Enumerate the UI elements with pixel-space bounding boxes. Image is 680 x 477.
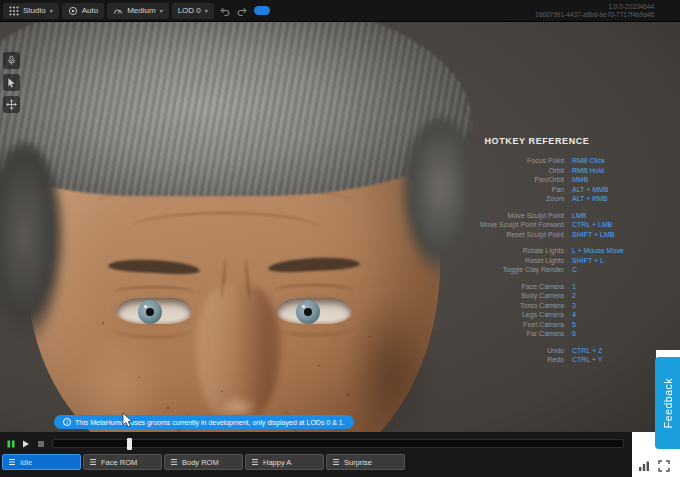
cheek-highlight (56, 302, 186, 432)
hotkey-row: Rotate LightsL + Mouse Move (426, 246, 648, 256)
bar-chart-icon (638, 460, 650, 472)
microphone-icon (6, 55, 17, 66)
viewport-tools (3, 52, 20, 113)
status-badge[interactable] (254, 6, 270, 15)
play-icon (21, 439, 31, 449)
undo-button[interactable] (217, 3, 232, 18)
hotkey-label: Toggle Clay Render (426, 265, 572, 275)
menu-icon (251, 458, 259, 466)
menu-icon (170, 458, 178, 466)
move-tool-button[interactable] (3, 96, 20, 113)
hotkey-value: CTRL + Y (572, 355, 648, 365)
hotkey-group-sculpt: Move Sculpt PointLMB Move Sculpt Point F… (426, 211, 648, 240)
chevron-down-icon: ▾ (50, 7, 53, 14)
tab-surprise[interactable]: Surprise (326, 454, 405, 470)
hotkey-group-camera-nav: Focus PointRMB Click OrbitRMB Hold Pan/O… (426, 156, 648, 204)
hotkey-label: Zoom (426, 194, 572, 204)
tab-happy-a[interactable]: Happy A (245, 454, 324, 470)
hotkey-value: 3 (572, 301, 648, 311)
pause-button[interactable] (5, 438, 17, 450)
hotkey-row: Legs Camera4 (426, 310, 648, 320)
tab-idle[interactable]: Idle (2, 454, 81, 470)
cursor-icon (6, 77, 17, 88)
hotkey-group-history: UndoCTRL + Z RedoCTRL + Y (426, 346, 648, 365)
environment-dropdown[interactable]: Studio ▾ (3, 3, 59, 19)
menu-icon (332, 458, 340, 466)
quality-label: Medium (127, 6, 155, 15)
gauge-icon (113, 6, 123, 16)
hotkey-row: Far Camera6 (426, 329, 648, 339)
hotkey-row: Move Sculpt PointLMB (426, 211, 648, 221)
hotkey-label: Move Sculpt Point Forward (426, 220, 572, 230)
tab-label: Face ROM (101, 458, 137, 467)
hotkey-value: SHIFT + L (572, 256, 648, 266)
auto-quality-toggle[interactable]: Auto (62, 3, 104, 19)
hotkey-group-cameras: Face Camera1 Body Camera2 Torso Camera3 … (426, 282, 648, 339)
hotkey-row: RedoCTRL + Y (426, 355, 648, 365)
hotkey-row: Face Camera1 (426, 282, 648, 292)
stats-button[interactable] (638, 458, 650, 476)
feedback-button[interactable]: Feedback (655, 357, 680, 449)
hotkey-label: Rotate Lights (426, 246, 572, 256)
info-icon: i (63, 418, 71, 426)
hotkey-value: ALT + MMB (572, 185, 648, 195)
hotkey-row: Toggle Clay RenderC (426, 265, 648, 275)
tab-label: Happy A (263, 458, 291, 467)
hotkey-value: ALT + RMB (572, 194, 648, 204)
lod-dropdown[interactable]: LOD 0 ▾ (172, 3, 214, 19)
chevron-down-icon: ▾ (205, 7, 208, 14)
hotkey-value: MMB (572, 175, 648, 185)
top-toolbar: Studio ▾ Auto Medium ▾ LOD 0 ▾ (0, 0, 680, 22)
hotkey-value: CTRL + LMB (572, 220, 648, 230)
hotkey-label: Feet Camera (426, 320, 572, 330)
hotkey-label: Undo (426, 346, 572, 356)
redo-icon (237, 6, 248, 16)
menu-icon (8, 458, 16, 466)
play-button[interactable] (20, 438, 32, 450)
hotkey-label: Orbit (426, 166, 572, 176)
hotkey-value: SHIFT + LMB (572, 230, 648, 240)
hotkey-label: Legs Camera (426, 310, 572, 320)
animation-clip-tabs: Idle Face ROM Body ROM Happy A Surprise (2, 454, 405, 470)
build-info: 1.0.0-20334644 16667991-4437-a8bd-be70-7… (535, 3, 654, 19)
hotkey-row: Feet Camera5 (426, 320, 648, 330)
lod-label: LOD 0 (178, 6, 201, 15)
hotkey-row: UndoCTRL + Z (426, 346, 648, 356)
metahuman-creator-app: Studio ▾ Auto Medium ▾ LOD 0 ▾ (0, 0, 680, 477)
hotkey-row: ZoomALT + RMB (426, 194, 648, 204)
hotkey-label: Pan/Orbit (426, 175, 572, 185)
hotkey-value: RMB Hold (572, 166, 648, 176)
hotkey-group-lighting: Rotate LightsL + Mouse Move Reset Lights… (426, 246, 648, 275)
stop-button[interactable] (35, 438, 47, 450)
tab-body-rom[interactable]: Body ROM (164, 454, 243, 470)
microphone-tool-button[interactable] (3, 52, 20, 69)
hotkey-label: Reset Lights (426, 256, 572, 266)
hotkey-row: Move Sculpt Point ForwardCTRL + LMB (426, 220, 648, 230)
select-tool-button[interactable] (3, 74, 20, 91)
timeline-scrubber[interactable] (52, 439, 624, 448)
hotkey-label: Far Camera (426, 329, 572, 339)
playhead[interactable] (127, 438, 132, 450)
fullscreen-button[interactable] (658, 458, 670, 476)
hotkey-row: Reset Sculpt PointSHIFT + LMB (426, 230, 648, 240)
mouse-cursor (122, 413, 134, 429)
hotkey-label: Move Sculpt Point (426, 211, 572, 221)
hotkey-label: Pan (426, 185, 572, 195)
hotkey-label: Focus Point (426, 156, 572, 166)
menu-icon (89, 458, 97, 466)
hotkey-value: 1 (572, 282, 648, 292)
hotkey-row: Reset LightsSHIFT + L (426, 256, 648, 266)
hotkey-row: PanALT + MMB (426, 185, 648, 195)
hotkey-value: CTRL + Z (572, 346, 648, 356)
chevron-down-icon: ▾ (160, 7, 163, 14)
redo-button[interactable] (235, 3, 250, 18)
quality-dropdown[interactable]: Medium ▾ (107, 3, 168, 19)
tab-face-rom[interactable]: Face ROM (83, 454, 162, 470)
hotkey-label: Redo (426, 355, 572, 365)
hotkey-row: Pan/OrbitMMB (426, 175, 648, 185)
tab-label: Body ROM (182, 458, 219, 467)
build-version: 1.0.0-20334644 (535, 3, 654, 11)
viewport: Studio ▾ Auto Medium ▾ LOD 0 ▾ (0, 0, 680, 432)
hotkey-label: Reset Sculpt Point (426, 230, 572, 240)
hotkey-panel-title: HOTKEY REFERENCE (426, 136, 648, 146)
